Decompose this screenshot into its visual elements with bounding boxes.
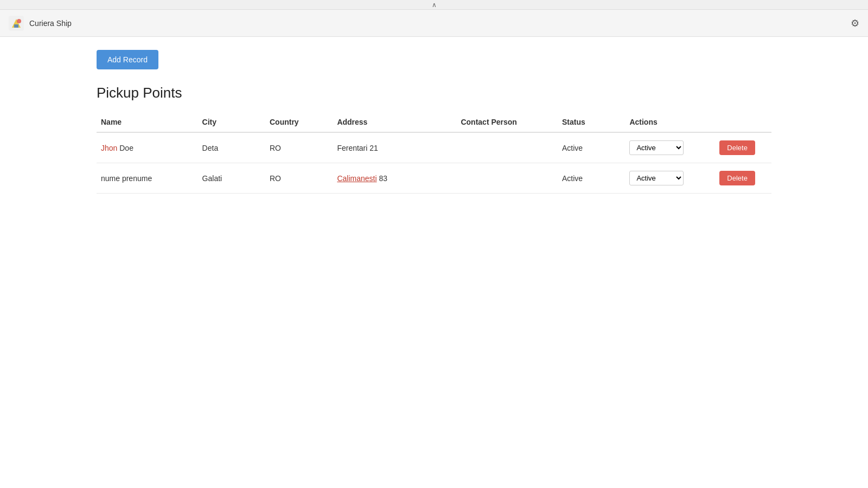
- row2-country: RO: [265, 163, 333, 194]
- row2-address-suffix: 83: [377, 174, 387, 183]
- top-collapse-bar[interactable]: ∧: [0, 0, 868, 10]
- row1-address: Ferentari 21: [333, 132, 456, 163]
- col-header-city: City: [198, 112, 265, 132]
- col-header-contact: Contact Person: [456, 112, 558, 132]
- row2-address-link[interactable]: Calimanesti: [337, 174, 376, 183]
- settings-icon[interactable]: ⚙: [851, 17, 859, 29]
- app-logo-icon: [9, 16, 24, 31]
- title-bar-left: Curiera Ship: [9, 16, 72, 31]
- col-header-delete: [715, 112, 771, 132]
- add-record-button[interactable]: Add Record: [97, 50, 158, 69]
- main-content: Add Record Pickup Points Name City Count…: [0, 37, 868, 207]
- row2-actions: Active Inactive: [625, 163, 715, 194]
- row2-city: Galati: [198, 163, 265, 194]
- title-bar: Curiera Ship ⚙: [0, 10, 868, 37]
- row2-contact: [456, 163, 558, 194]
- svg-point-3: [17, 19, 21, 23]
- row2-name: nume prenume: [97, 163, 198, 194]
- row1-name-link[interactable]: Jhon: [101, 144, 117, 152]
- table-row: nume prenume Galati RO Calimanesti 83 Ac…: [97, 163, 771, 194]
- row2-address: Calimanesti 83: [333, 163, 456, 194]
- row1-name-rest: Doe: [117, 144, 133, 152]
- row2-status-select[interactable]: Active Inactive: [629, 171, 684, 185]
- row2-delete-button[interactable]: Delete: [719, 171, 755, 185]
- col-header-country: Country: [265, 112, 333, 132]
- row2-name-text: nume prenume: [101, 174, 152, 183]
- row1-contact: [456, 132, 558, 163]
- row1-city: Deta: [198, 132, 265, 163]
- row1-name: Jhon Doe: [97, 132, 198, 163]
- svg-rect-2: [14, 24, 18, 28]
- row2-status: Active: [558, 163, 625, 194]
- row1-country: RO: [265, 132, 333, 163]
- table-header-row: Name City Country Address Contact Person…: [97, 112, 771, 132]
- col-header-actions: Actions: [625, 112, 715, 132]
- row2-delete-cell: Delete: [715, 163, 771, 194]
- table-row: Jhon Doe Deta RO Ferentari 21 Active Act…: [97, 132, 771, 163]
- row1-actions: Active Inactive: [625, 132, 715, 163]
- row1-delete-cell: Delete: [715, 132, 771, 163]
- row1-status-select[interactable]: Active Inactive: [629, 140, 684, 155]
- row1-delete-button[interactable]: Delete: [719, 140, 755, 155]
- pickup-points-table: Name City Country Address Contact Person…: [97, 112, 771, 194]
- app-title: Curiera Ship: [29, 19, 72, 28]
- col-header-name: Name: [97, 112, 198, 132]
- collapse-arrow-icon[interactable]: ∧: [432, 1, 437, 9]
- col-header-address: Address: [333, 112, 456, 132]
- col-header-status: Status: [558, 112, 625, 132]
- page-title: Pickup Points: [97, 85, 771, 101]
- row1-status: Active: [558, 132, 625, 163]
